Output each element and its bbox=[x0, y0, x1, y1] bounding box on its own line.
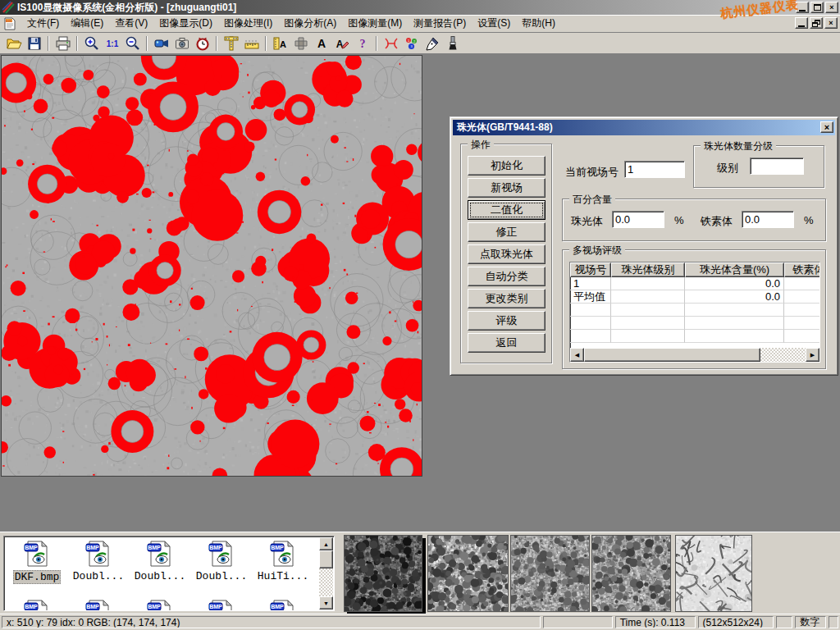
binarized-pearlite-canvas[interactable] bbox=[2, 56, 422, 476]
curve-tool-button[interactable] bbox=[381, 34, 401, 52]
initialize-button[interactable]: 初始化 bbox=[468, 156, 546, 176]
timer-button[interactable] bbox=[192, 34, 212, 52]
header-pearlite-grade[interactable]: 珠光体级别 bbox=[611, 262, 685, 277]
classify-button[interactable]: 123 bbox=[401, 34, 422, 52]
ruler-button[interactable] bbox=[241, 34, 262, 52]
table-row[interactable]: 1 0.0 bbox=[570, 277, 819, 290]
help-icon: ? bbox=[354, 35, 371, 52]
file-item[interactable]: Doubl... bbox=[69, 540, 128, 582]
zoom-out-button[interactable] bbox=[122, 34, 143, 52]
scroll-down-button[interactable]: ▼ bbox=[319, 596, 333, 609]
toolbar-separator bbox=[48, 36, 49, 51]
image-stitch-button[interactable] bbox=[290, 34, 311, 52]
photo-capture-button[interactable] bbox=[171, 34, 192, 52]
thumbnail-image[interactable] bbox=[427, 535, 509, 612]
menu-file[interactable]: 文件(F) bbox=[21, 14, 65, 33]
thumbnail-image[interactable] bbox=[591, 535, 671, 612]
file-item[interactable] bbox=[253, 599, 313, 611]
auto-classify-button[interactable]: 自动分类 bbox=[468, 267, 546, 286]
scroll-right-button[interactable]: ▶ bbox=[806, 348, 819, 362]
file-item[interactable]: DKF.bmp bbox=[7, 540, 66, 584]
scroll-up-button[interactable]: ▲ bbox=[319, 537, 333, 550]
scrollbar-thumb[interactable] bbox=[584, 348, 760, 362]
toolbar-separator bbox=[265, 36, 267, 51]
file-item[interactable]: Doubl... bbox=[192, 540, 251, 582]
pearlite-percent-input[interactable] bbox=[612, 211, 664, 228]
header-field-no[interactable]: 视场号 bbox=[570, 262, 611, 277]
printer-icon bbox=[55, 35, 71, 52]
document-icon[interactable]: DOC bbox=[3, 17, 16, 30]
menu-image-processing[interactable]: 图像处理(I) bbox=[218, 14, 278, 33]
svg-text:?: ? bbox=[359, 38, 365, 50]
percent-group: 百分含量 珠光体 % 铁素体 % bbox=[562, 199, 826, 241]
menu-image-display[interactable]: 图像显示(D) bbox=[153, 14, 218, 33]
menu-measure-report[interactable]: 测量报告(P) bbox=[408, 14, 472, 33]
header-ferrite[interactable]: 铁素体 bbox=[784, 262, 820, 277]
svg-text:DOC: DOC bbox=[6, 19, 12, 22]
ferrite-label: 铁素体 bbox=[701, 214, 733, 229]
table-row[interactable]: 平均值 0.0 bbox=[570, 290, 819, 304]
dialog-close-button[interactable]: × bbox=[820, 121, 833, 133]
text-button[interactable]: A bbox=[311, 34, 331, 52]
file-item[interactable] bbox=[192, 599, 251, 611]
close-button[interactable]: × bbox=[825, 2, 838, 13]
pick-pen-button[interactable] bbox=[422, 34, 442, 52]
ferrite-percent-input[interactable] bbox=[742, 211, 794, 228]
menu-view[interactable]: 查看(V) bbox=[109, 14, 153, 33]
level-input[interactable] bbox=[750, 158, 804, 175]
print-button[interactable] bbox=[52, 34, 73, 52]
actual-size-button[interactable]: 1:1 bbox=[102, 34, 122, 52]
header-pearlite-content[interactable]: 珠光体含量(%) bbox=[685, 262, 784, 277]
menu-help[interactable]: 帮助(H) bbox=[516, 14, 561, 33]
empty-pane bbox=[829, 616, 838, 628]
file-list-vscrollbar[interactable]: ▲ ▼ bbox=[319, 537, 333, 609]
annotate-button[interactable]: A bbox=[331, 34, 352, 52]
change-class-button[interactable]: 更改类别 bbox=[468, 289, 546, 308]
menu-image-analysis[interactable]: 图像分析(A) bbox=[278, 14, 342, 33]
thumbnail-image[interactable] bbox=[344, 535, 422, 612]
maximize-button[interactable] bbox=[810, 2, 824, 13]
pearlite-label: 珠光体 bbox=[571, 214, 603, 229]
measure-label-button[interactable]: A bbox=[270, 34, 290, 52]
help-button[interactable]: ? bbox=[352, 34, 372, 52]
menu-settings[interactable]: 设置(S) bbox=[472, 14, 516, 33]
dialog-title-bar[interactable]: 珠光体(GB/T9441-88) × bbox=[453, 120, 835, 135]
thumbnail-image[interactable] bbox=[675, 535, 752, 612]
metallographic-image[interactable] bbox=[1, 55, 422, 477]
scrollbar-thumb[interactable] bbox=[319, 550, 333, 568]
video-camera-icon bbox=[153, 35, 170, 52]
mdi-close-button[interactable]: × bbox=[824, 17, 838, 29]
binarize-button[interactable]: 二值化 bbox=[468, 200, 546, 220]
scroll-left-button[interactable]: ◀ bbox=[570, 348, 584, 362]
mdi-minimize-button[interactable] bbox=[795, 17, 808, 29]
return-button[interactable]: 返回 bbox=[468, 333, 546, 353]
video-capture-button[interactable] bbox=[151, 34, 171, 52]
camera-icon bbox=[174, 35, 190, 52]
file-item[interactable]: Doubl... bbox=[130, 540, 189, 582]
operations-group-label: 操作 bbox=[468, 138, 494, 152]
toolbar-separator bbox=[376, 36, 377, 51]
mdi-restore-button[interactable] bbox=[810, 17, 823, 29]
multifield-table[interactable]: 视场号 珠光体级别 珠光体含量(%) 铁素体 1 0.0 平均值 0.0 bbox=[569, 262, 820, 363]
bmp-file-icon bbox=[146, 599, 174, 611]
current-field-input[interactable] bbox=[624, 161, 685, 178]
table-hscrollbar[interactable]: ◀ ▶ bbox=[570, 348, 819, 362]
toolbar: 1:1 A A A ? 123 bbox=[0, 33, 840, 54]
menu-image-measure[interactable]: 图像测量(M) bbox=[342, 14, 408, 33]
thumbnail-image[interactable] bbox=[510, 535, 590, 612]
open-button[interactable] bbox=[3, 34, 24, 52]
file-browser[interactable]: DKF.bmp Doubl... Doubl... Doubl... HuiTi… bbox=[3, 536, 335, 611]
caliper-button[interactable] bbox=[221, 34, 241, 52]
file-item[interactable]: HuiTi... bbox=[253, 540, 313, 582]
zoom-in-button[interactable] bbox=[81, 34, 102, 52]
file-item[interactable] bbox=[130, 599, 189, 611]
brush-button[interactable] bbox=[442, 34, 463, 52]
correct-button[interactable]: 修正 bbox=[468, 222, 546, 242]
file-item[interactable] bbox=[69, 599, 128, 611]
save-button[interactable] bbox=[24, 34, 44, 52]
file-item[interactable] bbox=[7, 599, 66, 611]
menu-edit[interactable]: 编辑(E) bbox=[65, 14, 109, 33]
pick-pearlite-button[interactable]: 点取珠光体 bbox=[468, 244, 546, 264]
new-field-button[interactable]: 新视场 bbox=[468, 178, 546, 198]
rate-button[interactable]: 评级 bbox=[468, 311, 546, 331]
